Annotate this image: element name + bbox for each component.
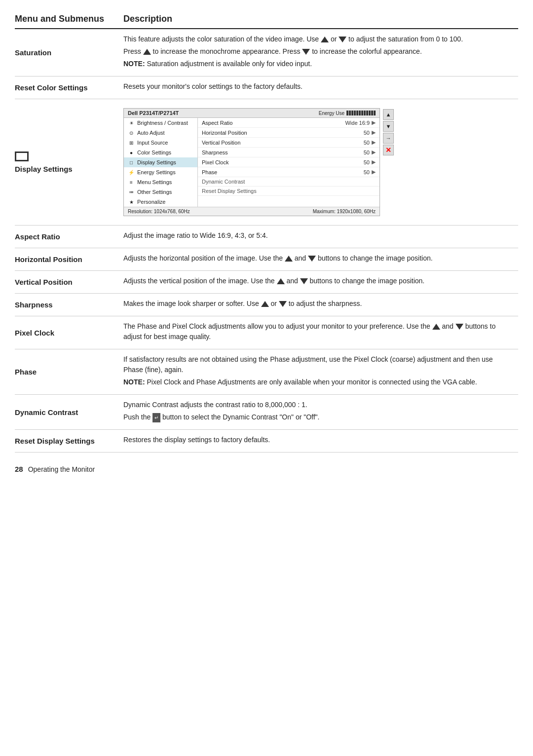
menu-item-label: Saturation [15, 29, 123, 76]
submenu-item-right: 50▶ [350, 169, 376, 175]
nav-up-button[interactable]: ▲ [383, 109, 394, 120]
desc-line: Adjusts the horizontal position of the i… [123, 253, 513, 264]
menu-item-icon: ⚡ [128, 169, 135, 176]
monitor-menu-item[interactable]: ⚡Energy Settings [124, 167, 197, 177]
menu-item-desc: Restores the display settings to factory… [123, 430, 518, 453]
down-arrow-icon [339, 37, 346, 42]
nav-close-button[interactable]: ✕ [383, 145, 394, 155]
monitor-menu-item[interactable]: ★Personalize [124, 197, 197, 207]
monitor-title: Dell P2314T/P2714T [128, 110, 179, 116]
desc-line: Press to increase the monochrome appeara… [123, 46, 513, 57]
menu-item-desc: If satisfactory results are not obtained… [123, 349, 518, 395]
menu-item-text: Energy Settings [137, 169, 176, 175]
main-table: Menu and Submenus Description Saturation… [15, 10, 518, 453]
note-label: NOTE: [123, 60, 145, 68]
display-settings-icon [15, 151, 118, 165]
down-arrow-icon [302, 49, 310, 55]
table-row: Dynamic ContrastDynamic Contrast adjusts… [15, 395, 518, 430]
energy-bar: Energy Use [319, 111, 376, 116]
submenu-item-label: Vertical Position [202, 140, 240, 146]
submenu-item-right: 50▶ [350, 149, 376, 155]
menu-item-icon: ● [128, 149, 135, 156]
down-triangle-icon [300, 277, 308, 285]
menu-item-desc: The Phase and Pixel Clock adjustments al… [123, 316, 518, 349]
monitor-submenu-item[interactable]: Dynamic Contrast [198, 177, 380, 187]
desc-line: If satisfactory results are not obtained… [123, 354, 513, 375]
up-triangle-icon [321, 35, 329, 43]
desc-line: Push the ↵ button to select the Dynamic … [123, 412, 513, 422]
submenu-arrow-icon: ▶ [372, 159, 376, 165]
menu-item-icon: ⊞ [128, 139, 135, 146]
desc-line: Dynamic Contrast adjusts the contrast ra… [123, 400, 513, 410]
page-label: Operating the Monitor [28, 465, 95, 473]
down-arrow-icon [456, 324, 463, 330]
down-triangle-icon [279, 300, 287, 307]
up-arrow-icon [432, 324, 440, 330]
monitor-submenu-item[interactable]: Phase50▶ [198, 167, 380, 177]
monitor-submenu-item[interactable]: Sharpness50▶ [198, 148, 380, 157]
up-arrow-icon [143, 49, 151, 55]
monitor-submenu-item[interactable]: Horizontal Position50▶ [198, 128, 380, 138]
monitor-menu: ☀Brightness / Contrast⊙Auto Adjust⊞Input… [124, 118, 198, 207]
menu-item-label: Phase [15, 349, 123, 395]
monitor-menu-item[interactable]: ☀Brightness / Contrast [124, 118, 197, 128]
menu-item-icon: ★ [128, 198, 135, 205]
monitor-submenu-item[interactable]: Aspect RatioWide 16:9▶ [198, 118, 380, 128]
desc-line: NOTE: Saturation adjustment is available… [123, 59, 513, 69]
monitor-menu-item[interactable]: □Display Settings [124, 157, 197, 167]
up-arrow-icon [321, 37, 329, 42]
down-arrow-icon [300, 278, 308, 284]
menu-item-desc: Dynamic Contrast adjusts the contrast ra… [123, 395, 518, 430]
monitor-menu-item[interactable]: ≔Other Settings [124, 187, 197, 197]
menu-item-desc: Adjusts the vertical position of the ima… [123, 271, 518, 294]
submenu-item-label: Aspect Ratio [202, 120, 232, 126]
menu-item-label: Pixel Clock [15, 316, 123, 349]
energy-label: Energy Use [319, 111, 344, 116]
note-label: NOTE: [123, 378, 145, 386]
monitor-menu-item[interactable]: ⊞Input Source [124, 138, 197, 148]
menu-item-desc: Dell P2314T/P2714TEnergy Use☀Brightness … [123, 99, 518, 226]
menu-item-text: Color Settings [137, 150, 171, 155]
nav-down-button[interactable]: ▼ [383, 121, 394, 132]
menu-item-icon: ≔ [128, 189, 135, 195]
submenu-item-label: Dynamic Contrast [202, 179, 245, 185]
menu-item-label: Dynamic Contrast [15, 395, 123, 430]
monitor-footer: Resolution: 1024x768, 60HzMaximum: 1920x… [124, 207, 380, 216]
desc-line: This feature adjusts the color saturatio… [123, 34, 513, 44]
monitor-submenu-item[interactable]: Vertical Position50▶ [198, 138, 380, 148]
monitor-menu-item[interactable]: ≡Menu Settings [124, 177, 197, 187]
down-arrow-icon [279, 301, 287, 307]
monitor-menu-item[interactable]: ⊙Auto Adjust [124, 128, 197, 138]
submenu-arrow-icon: ▶ [372, 149, 376, 155]
monitor-nav-buttons: ▲▼→✕ [383, 109, 394, 155]
col-header-menu: Menu and Submenus [15, 10, 123, 29]
monitor-submenu-item[interactable]: Pixel Clock50▶ [198, 157, 380, 167]
up-triangle-icon [285, 254, 293, 262]
energy-bar-visual [346, 111, 376, 115]
nav-right-button[interactable]: → [383, 133, 394, 144]
monitor-menu-item[interactable]: ●Color Settings [124, 148, 197, 157]
table-row: Reset Display SettingsRestores the displ… [15, 430, 518, 453]
up-triangle-icon [277, 277, 285, 285]
monitor-screenshot: Dell P2314T/P2714TEnergy Use☀Brightness … [123, 108, 380, 216]
monitor-max-resolution: Maximum: 1920x1080, 60Hz [313, 209, 376, 214]
desc-line: Adjusts the vertical position of the ima… [123, 276, 513, 286]
desc-line: Restores the display settings to factory… [123, 435, 513, 445]
table-row: SaturationThis feature adjusts the color… [15, 29, 518, 76]
col-header-desc: Description [123, 10, 518, 29]
menu-item-icon: ⊙ [128, 129, 135, 136]
submenu-arrow-icon: ▶ [372, 119, 376, 126]
submenu-item-label: Reset Display Settings [202, 188, 257, 194]
monitor-submenu-item[interactable]: Reset Display Settings [198, 187, 380, 196]
submenu-item-value: 50 [350, 169, 370, 175]
table-row: Display SettingsDell P2314T/P2714TEnergy… [15, 99, 518, 226]
table-row: Pixel ClockThe Phase and Pixel Clock adj… [15, 316, 518, 349]
submenu-item-value: Wide 16:9 [345, 120, 370, 126]
desc-line: NOTE: Pixel Clock and Phase Adjustments … [123, 377, 513, 387]
monitor-header: Dell P2314T/P2714TEnergy Use [124, 109, 380, 118]
submenu-item-value: 50 [350, 159, 370, 165]
up-arrow-icon [285, 256, 293, 262]
submenu-item-right: Wide 16:9▶ [345, 119, 376, 126]
desc-line: Resets your monitor's color settings to … [123, 81, 513, 92]
page-number: 28 [15, 465, 23, 473]
